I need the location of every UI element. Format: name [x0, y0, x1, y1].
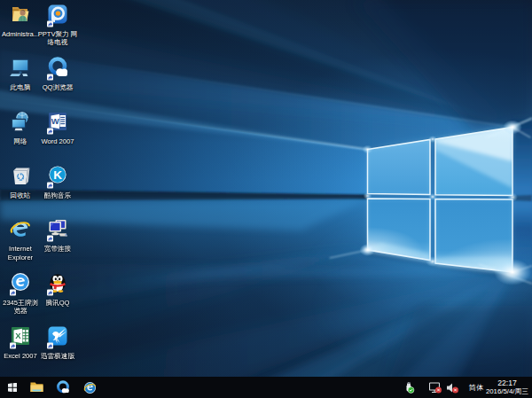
- svg-text:W: W: [51, 116, 59, 126]
- svg-text:K: K: [53, 168, 62, 181]
